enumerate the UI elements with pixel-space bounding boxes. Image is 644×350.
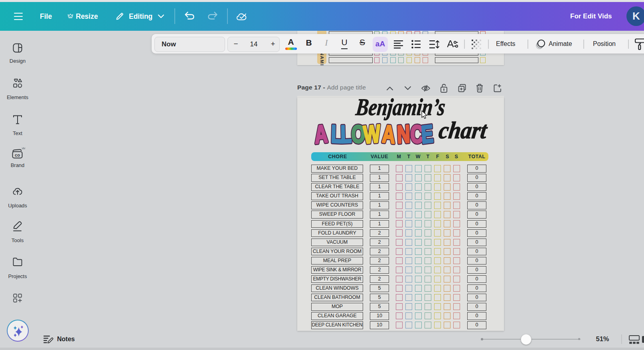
svg-text:NAME:: NAME: (320, 52, 324, 65)
svg-text:co: co (15, 153, 20, 157)
svg-text:A: A (314, 121, 328, 149)
svg-text:W: W (363, 121, 381, 149)
svg-text:A: A (381, 121, 396, 148)
svg-text:N: N (397, 121, 411, 148)
svg-text:L: L (340, 121, 352, 148)
